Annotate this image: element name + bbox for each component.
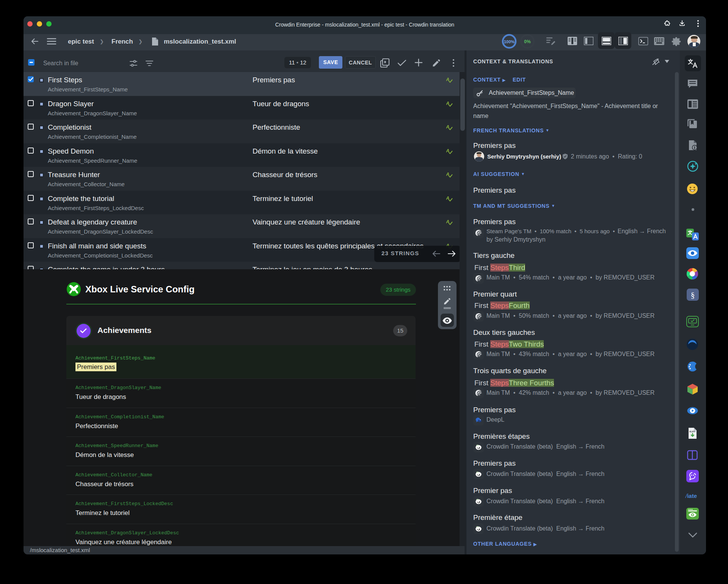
svg-text:XLIFF: XLIFF [689, 430, 696, 433]
svg-text:0%: 0% [524, 39, 531, 44]
svg-text:100%: 100% [504, 39, 515, 44]
svg-text:§: § [691, 290, 695, 300]
